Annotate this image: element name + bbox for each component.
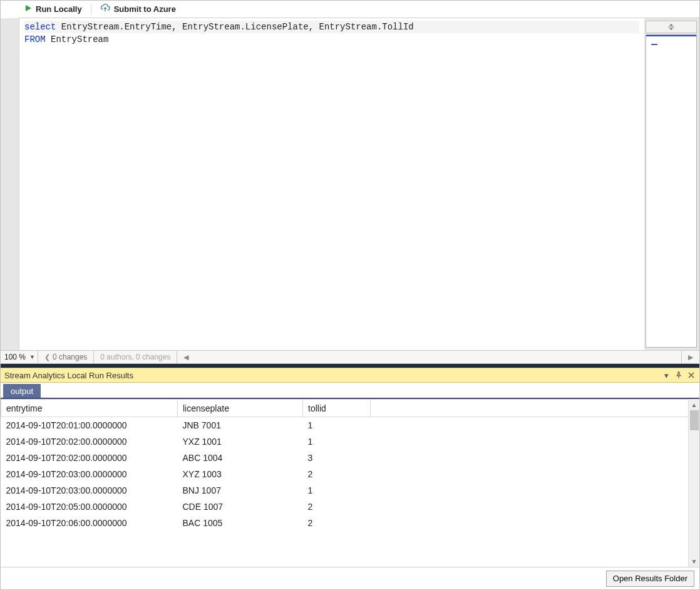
cell-spacer <box>371 482 699 499</box>
table-row[interactable]: 2014-09-10T20:01:00.0000000JNB 70011 <box>1 417 699 433</box>
column-spacer <box>371 400 699 417</box>
cell-entrytime: 2014-09-10T20:01:00.0000000 <box>1 417 178 433</box>
code-text: EntryStream <box>46 34 109 44</box>
run-locally-label: Run Locally <box>36 4 82 14</box>
cell-entrytime: 2014-09-10T20:03:00.0000000 <box>1 466 178 482</box>
line-number-gutter <box>1 18 19 350</box>
authors-label: 0 authors, 0 changes <box>100 353 170 361</box>
submit-azure-label: Submit to Azure <box>114 4 176 14</box>
scroll-thumb[interactable] <box>690 410 699 430</box>
minimap-content-icon <box>651 44 657 45</box>
cell-licenseplate: BNJ 1007 <box>178 482 303 499</box>
table-row[interactable]: 2014-09-10T20:03:00.0000000XYZ 10032 <box>1 466 699 482</box>
cell-licenseplate: BAC 1005 <box>178 515 303 531</box>
changes-label: 0 changes <box>53 353 87 361</box>
zoom-dropdown[interactable]: 100 % ▼ <box>1 351 38 363</box>
split-handle[interactable] <box>646 21 697 33</box>
open-results-folder-label: Open Results Folder <box>613 574 687 583</box>
keyword-select: select <box>24 22 56 32</box>
cell-entrytime: 2014-09-10T20:06:00.0000000 <box>1 515 178 531</box>
zoom-value: 100 % <box>4 353 26 361</box>
toolbar-separator <box>91 4 91 15</box>
keyword-from: FROM <box>24 34 46 44</box>
code-textarea[interactable]: select EntryStream.EntryTime, EntryStrea… <box>19 18 644 350</box>
table-header-row: entrytime licenseplate tollid <box>1 400 699 417</box>
results-panel-header: Stream Analytics Local Run Results ▾ <box>1 368 699 383</box>
run-locally-button[interactable]: Run Locally <box>22 2 85 17</box>
cell-tollid: 1 <box>303 482 371 499</box>
code-text: EntryStream.EntryTime, EntryStream.Licen… <box>56 22 413 32</box>
open-results-folder-button[interactable]: Open Results Folder <box>606 571 694 587</box>
tab-output[interactable]: output <box>3 384 41 398</box>
cell-licenseplate: YXZ 1001 <box>178 433 303 450</box>
cell-tollid: 3 <box>303 450 371 466</box>
code-editor: select EntryStream.EntryTime, EntryStrea… <box>1 18 699 350</box>
cell-licenseplate: ABC 1004 <box>178 450 303 466</box>
cloud-upload-icon <box>100 4 110 14</box>
table-row[interactable]: 2014-09-10T20:06:00.0000000BAC 10052 <box>1 515 699 531</box>
table-row[interactable]: 2014-09-10T20:05:00.0000000CDE 10072 <box>1 499 699 515</box>
results-table: entrytime licenseplate tollid 2014-09-10… <box>1 399 699 531</box>
triangle-right-icon: ▶ <box>688 353 693 361</box>
table-row[interactable]: 2014-09-10T20:03:00.0000000BNJ 10071 <box>1 482 699 499</box>
changes-indicator[interactable]: ❮ 0 changes <box>38 351 94 363</box>
cell-licenseplate: CDE 1007 <box>178 499 303 515</box>
cell-tollid: 2 <box>303 499 371 515</box>
submit-to-azure-button[interactable]: Submit to Azure <box>98 2 178 17</box>
minimap-column <box>644 18 699 350</box>
scroll-down-icon[interactable]: ▼ <box>689 556 699 567</box>
history-nav-left[interactable]: ◀ <box>177 351 195 363</box>
scroll-up-icon[interactable]: ▲ <box>689 399 699 410</box>
cell-entrytime: 2014-09-10T20:05:00.0000000 <box>1 499 178 515</box>
results-footer: Open Results Folder <box>1 567 699 589</box>
cell-entrytime: 2014-09-10T20:02:00.0000000 <box>1 450 178 466</box>
history-nav-right[interactable]: ▶ <box>681 351 699 363</box>
cell-tollid: 2 <box>303 515 371 531</box>
cell-entrytime: 2014-09-10T20:03:00.0000000 <box>1 482 178 499</box>
table-row[interactable]: 2014-09-10T20:02:00.0000000ABC 10043 <box>1 450 699 466</box>
column-licenseplate[interactable]: licenseplate <box>178 400 303 417</box>
cell-spacer <box>371 450 699 466</box>
vertical-scrollbar[interactable]: ▲ ▼ <box>688 399 699 567</box>
chevron-left-icon: ❮ <box>44 353 50 361</box>
split-icon <box>667 24 675 30</box>
cell-spacer <box>371 466 699 482</box>
svg-rect-1 <box>668 27 674 28</box>
minimap[interactable] <box>646 34 697 348</box>
cell-licenseplate: XYZ 1003 <box>178 466 303 482</box>
cell-spacer <box>371 433 699 450</box>
pin-icon[interactable] <box>673 370 684 381</box>
close-icon[interactable] <box>686 370 697 381</box>
cell-tollid: 2 <box>303 466 371 482</box>
play-icon <box>24 4 32 14</box>
panel-title: Stream Analytics Local Run Results <box>4 371 133 380</box>
chevron-down-icon: ▼ <box>29 354 35 360</box>
cell-spacer <box>371 417 699 433</box>
results-tabstrip: output <box>1 383 699 399</box>
tab-output-label: output <box>11 386 33 396</box>
editor-toolbar: Run Locally Submit to Azure <box>18 1 699 18</box>
window-options-icon[interactable]: ▾ <box>661 370 672 381</box>
cell-tollid: 1 <box>303 417 371 433</box>
table-row[interactable]: 2014-09-10T20:02:00.0000000YXZ 10011 <box>1 433 699 450</box>
cell-tollid: 1 <box>303 433 371 450</box>
column-entrytime[interactable]: entrytime <box>1 400 178 417</box>
triangle-left-icon: ◀ <box>183 353 188 361</box>
editor-status-bar: 100 % ▼ ❮ 0 changes 0 authors, 0 changes… <box>1 350 699 364</box>
cell-spacer <box>371 515 699 531</box>
cell-spacer <box>371 499 699 515</box>
results-panel: entrytime licenseplate tollid 2014-09-10… <box>1 399 699 567</box>
cell-licenseplate: JNB 7001 <box>178 417 303 433</box>
cell-entrytime: 2014-09-10T20:02:00.0000000 <box>1 433 178 450</box>
column-tollid[interactable]: tollid <box>303 400 371 417</box>
authors-indicator: 0 authors, 0 changes <box>94 351 177 363</box>
svg-marker-0 <box>26 5 31 11</box>
